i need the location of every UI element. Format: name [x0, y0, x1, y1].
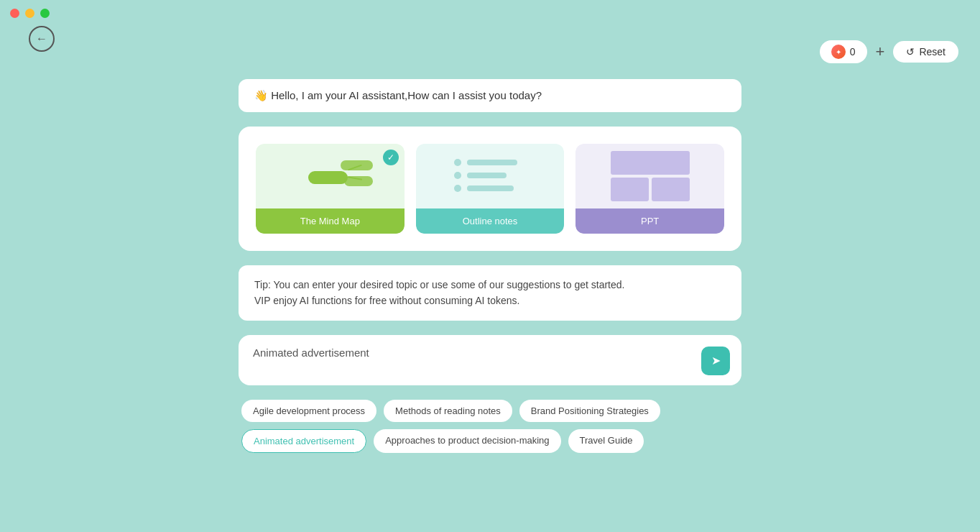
ppt-preview	[575, 144, 724, 208]
tip-box: Tip: You can enter your desired topic or…	[239, 265, 741, 321]
suggestion-chip[interactable]: Animated advertisement	[241, 429, 366, 453]
send-icon: ➤	[711, 354, 721, 367]
ppt-illustration	[611, 151, 690, 201]
close-button[interactable]	[10, 9, 19, 18]
token-icon: ✦	[831, 45, 846, 59]
outline-preview	[416, 144, 565, 208]
back-icon: ←	[36, 32, 47, 45]
top-right-controls: ✦ 0 + ↺ Reset	[820, 40, 958, 63]
reset-label: Reset	[919, 46, 946, 58]
suggestion-chip[interactable]: Methods of reading notes	[384, 400, 512, 422]
suggestion-chip[interactable]: Travel Guide	[568, 429, 644, 453]
suggestion-chips: Agile development processMethods of read…	[239, 400, 741, 453]
mindmap-preview	[256, 144, 405, 208]
back-button[interactable]: ←	[29, 26, 55, 52]
selected-check: ✓	[383, 150, 399, 165]
ppt-label: PPT	[575, 208, 724, 234]
titlebar	[0, 0, 980, 26]
hello-message: 👋 Hello, I am your AI assistant,How can …	[239, 79, 741, 112]
outline-label: Outline notes	[416, 208, 565, 234]
suggestion-chip[interactable]: Agile development process	[241, 400, 376, 422]
reset-button[interactable]: ↺ Reset	[893, 41, 958, 63]
input-display[interactable]: Animated advertisement	[253, 347, 727, 368]
template-selector: ✓ The Mind Map	[239, 127, 741, 251]
tip-line2: VIP enjoy AI functions for free without …	[254, 293, 726, 308]
minimize-button[interactable]	[25, 9, 34, 18]
mindmap-illustration	[287, 153, 373, 200]
outline-illustration	[454, 153, 526, 200]
reset-icon: ↺	[906, 46, 915, 58]
maximize-button[interactable]	[40, 9, 50, 18]
template-ppt[interactable]: PPT	[575, 144, 724, 234]
template-outline[interactable]: Outline notes	[416, 144, 565, 234]
send-button[interactable]: ➤	[701, 347, 730, 375]
add-token-button[interactable]: +	[876, 42, 885, 61]
template-mindmap[interactable]: ✓ The Mind Map	[256, 144, 405, 234]
token-count: 0	[850, 46, 856, 58]
mindmap-label: The Mind Map	[256, 208, 405, 234]
token-badge: ✦ 0	[820, 40, 867, 63]
suggestion-chip[interactable]: Approaches to product decision-making	[374, 429, 560, 453]
main-content: 👋 Hello, I am your AI assistant,How can …	[0, 79, 980, 453]
suggestion-chip[interactable]: Brand Positioning Strategies	[519, 400, 660, 422]
tip-line1: Tip: You can enter your desired topic or…	[254, 277, 726, 293]
input-area: Animated advertisement ➤	[239, 335, 741, 385]
